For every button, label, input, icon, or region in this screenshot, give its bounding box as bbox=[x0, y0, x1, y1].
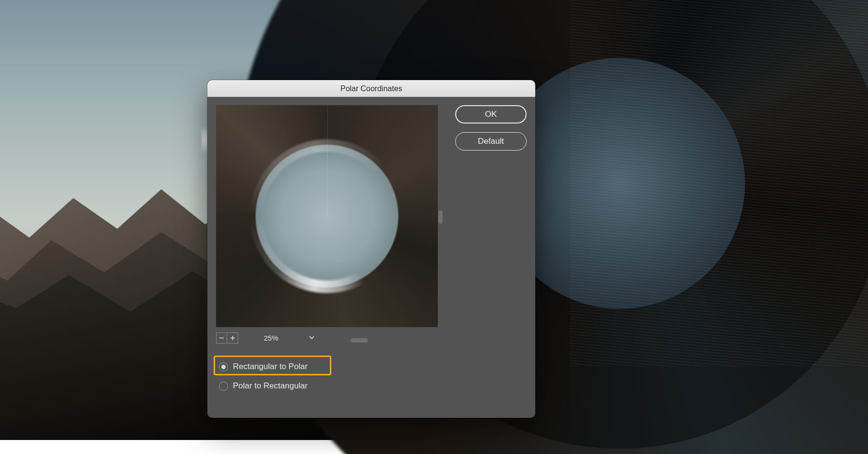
option-label: Polar to Rectangular bbox=[233, 381, 308, 391]
zoom-value[interactable]: 25% bbox=[238, 334, 304, 342]
zoom-in-button[interactable] bbox=[227, 332, 238, 344]
radio-icon bbox=[219, 362, 228, 371]
ok-button[interactable]: OK bbox=[455, 105, 527, 124]
chevron-down-icon bbox=[309, 334, 315, 342]
option-polar-to-rectangular[interactable]: Polar to Rectangular bbox=[216, 376, 308, 396]
radio-icon bbox=[219, 382, 228, 391]
filter-preview[interactable] bbox=[216, 105, 438, 327]
default-button[interactable]: Default bbox=[455, 132, 527, 151]
dialog-title: Polar Coordinates bbox=[207, 80, 535, 97]
polar-coordinates-dialog: Polar Coordinates bbox=[207, 80, 535, 418]
preview-vertical-scrollbar[interactable] bbox=[438, 105, 444, 327]
option-rectangular-to-polar[interactable]: Rectangular to Polar bbox=[216, 357, 308, 376]
option-label: Rectangular to Polar bbox=[233, 362, 308, 371]
zoom-out-button[interactable] bbox=[216, 332, 227, 344]
plus-icon bbox=[230, 334, 235, 342]
minus-icon bbox=[219, 334, 224, 342]
zoom-dropdown[interactable] bbox=[304, 332, 319, 344]
